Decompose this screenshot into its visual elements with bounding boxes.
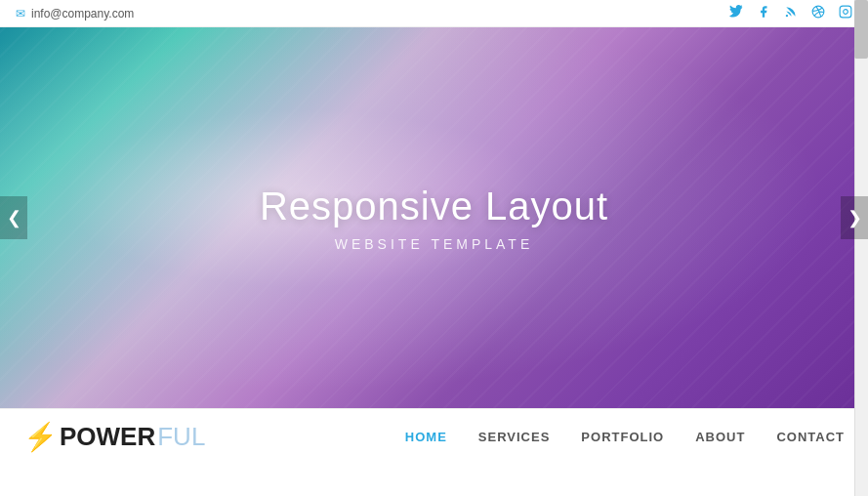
rss-icon[interactable] [784,5,798,21]
twitter-icon[interactable] [729,5,743,21]
nav-contact[interactable]: CONTACT [776,430,845,444]
top-bar-left: ✉ info@company.com [16,7,134,21]
nav-home[interactable]: HOME [405,430,447,444]
hero-content: Responsive Layout WEBSITE TEMPLATE [260,185,608,252]
page-wrapper: ✉ info@company.com [0,0,868,496]
svg-rect-2 [840,6,851,18]
logo: ⚡ POWER FUL [23,422,205,452]
logo-light-text: FUL [157,422,205,452]
hero-slider: ❮ Responsive Layout WEBSITE TEMPLATE ❯ [0,27,868,408]
dribbble-icon[interactable] [811,5,825,21]
logo-bold-text: POWER [60,422,155,452]
nav-links: HOME SERVICES PORTFOLIO ABOUT CONTACT [405,430,845,444]
email-address[interactable]: info@company.com [31,7,134,21]
scrollbar-thumb[interactable] [854,0,868,59]
slider-next-button[interactable]: ❯ [841,196,868,239]
facebook-icon[interactable] [757,5,770,21]
hero-subtitle: WEBSITE TEMPLATE [260,236,608,252]
top-bar: ✉ info@company.com [0,0,868,27]
nav-portfolio[interactable]: PORTFOLIO [581,430,664,444]
nav-about[interactable]: ABOUT [695,430,745,444]
svg-point-0 [786,15,788,17]
slider-prev-button[interactable]: ❮ [0,196,27,239]
scrollbar-track [854,0,868,496]
navbar: ⚡ POWER FUL HOME SERVICES PORTFOLIO ABOU… [0,408,868,465]
hero-title: Responsive Layout [260,185,608,228]
instagram-icon[interactable] [839,5,852,21]
logo-bolt-icon: ⚡ [23,424,58,451]
email-icon: ✉ [16,7,25,21]
nav-services[interactable]: SERVICES [478,430,551,444]
social-icons-group [729,5,852,21]
